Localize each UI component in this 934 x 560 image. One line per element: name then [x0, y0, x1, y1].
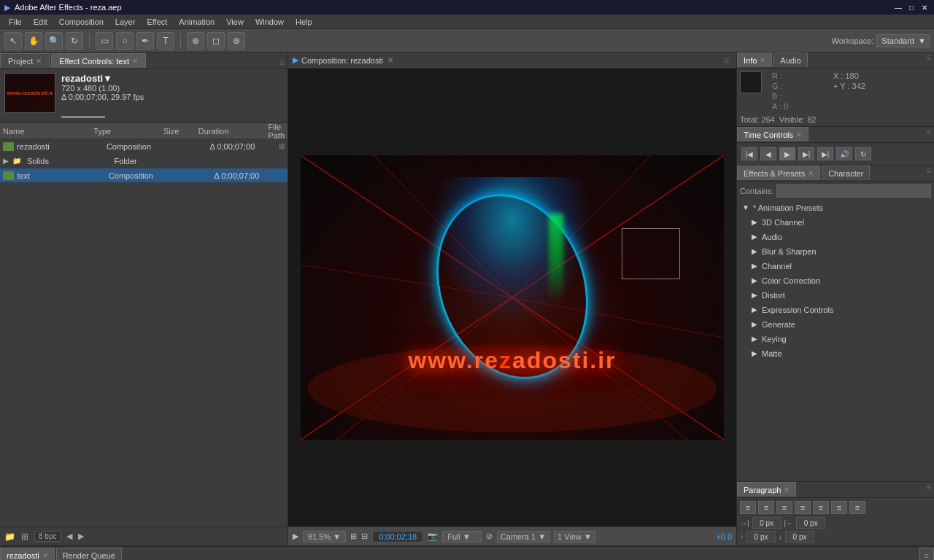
effects-item-generate[interactable]: ▶ Generate — [737, 317, 934, 332]
tab-audio[interactable]: Audio — [773, 52, 807, 67]
prev-frame-icon[interactable]: ◀ — [66, 532, 72, 541]
comp-snapshot-icon[interactable]: 📷 — [428, 532, 438, 541]
comp-panel-grip[interactable]: ≡ — [721, 55, 732, 66]
composition-tab-label[interactable]: Composition: rezadosti — [301, 56, 383, 65]
resolution-selector[interactable]: Full ▼ — [442, 531, 482, 542]
tab-info[interactable]: Info ✕ — [737, 52, 772, 67]
justify-center-btn[interactable]: ≡ — [813, 501, 829, 514]
effects-item-color-correction[interactable]: ▶ Color Correction — [737, 273, 934, 288]
tool-rotate[interactable]: ↻ — [66, 32, 83, 50]
tool-puppet[interactable]: ⊛ — [228, 32, 245, 50]
tool-select[interactable]: ↖ — [4, 32, 22, 50]
close-button[interactable]: ✕ — [919, 2, 930, 12]
time-controls-close[interactable]: ✕ — [796, 131, 802, 139]
justify-all-btn[interactable]: ≡ — [849, 501, 865, 514]
menu-view[interactable]: View — [220, 16, 250, 28]
menu-layer[interactable]: Layer — [109, 16, 142, 28]
effects-item-keying[interactable]: ▶ Keying — [737, 332, 934, 346]
effects-item-distort[interactable]: ▶ Distort — [737, 288, 934, 303]
tab-effect-controls[interactable]: Effect Controls: text ✕ — [51, 53, 146, 68]
effects-item-audio[interactable]: ▶ Audio — [737, 230, 934, 244]
paragraph-tab-close[interactable]: ✕ — [784, 486, 790, 494]
tc-play[interactable]: ▶ — [779, 147, 795, 160]
paragraph-grip[interactable]: ≡ — [923, 482, 934, 497]
menu-effect[interactable]: Effect — [141, 16, 173, 28]
timeline-tab-close[interactable]: ✕ — [42, 551, 48, 559]
tab-effects-presets[interactable]: Effects & Presets ✕ — [737, 166, 820, 180]
list-item[interactable]: ▶ 📁 Solids Folder — [0, 154, 287, 168]
comp-current-time[interactable]: 0;00;02;18 — [372, 531, 423, 542]
effects-item-channel[interactable]: ▶ Channel — [737, 259, 934, 273]
tool-zoom[interactable]: 🔍 — [45, 32, 63, 50]
tool-hand[interactable]: ✋ — [25, 32, 42, 50]
tc-last-frame[interactable]: ▶| — [817, 147, 833, 160]
tool-text[interactable]: T — [157, 32, 174, 50]
list-item[interactable]: rezadosti Composition Δ 0;00;07;00 ⊞ — [0, 139, 287, 154]
info-tab-close[interactable]: ✕ — [760, 56, 765, 64]
panel-grip[interactable]: ≡ — [277, 58, 287, 68]
comp-tab-close[interactable]: ✕ — [387, 56, 393, 64]
minimize-button[interactable]: — — [893, 2, 903, 12]
tab-timeline-rezadosti[interactable]: rezadosti ✕ — [0, 548, 55, 560]
tool-eraser[interactable]: ◻ — [207, 32, 225, 50]
tab-project[interactable]: Project ✕ — [0, 53, 50, 68]
effects-item-blur-sharpen[interactable]: ▶ Blur & Sharpen — [737, 244, 934, 259]
project-tab-close[interactable]: ✕ — [36, 57, 42, 65]
comp-controls-icon[interactable]: ▶ — [293, 532, 298, 541]
tool-ellipse[interactable]: ○ — [116, 32, 134, 50]
workspace-selector[interactable]: Standard ▼ — [876, 34, 930, 47]
effects-item-matte[interactable]: ▶ Matte — [737, 346, 934, 361]
info-panel-grip[interactable]: ≡ — [923, 52, 934, 68]
align-center-btn[interactable]: ≡ — [758, 501, 774, 514]
menu-file[interactable]: File — [3, 16, 28, 28]
effects-search-input[interactable] — [776, 184, 931, 198]
maximize-button[interactable]: □ — [906, 2, 916, 12]
justify-left-btn[interactable]: ≡ — [795, 501, 811, 514]
composition-viewer[interactable]: www.rezadosti.ir — [288, 69, 736, 526]
list-item[interactable]: text Composition Δ 0;00;07;00 — [0, 168, 287, 183]
tab-character[interactable]: Character — [822, 166, 870, 180]
folder-expand-icon[interactable]: ▶ — [3, 157, 9, 165]
tool-pen[interactable]: ✒ — [136, 32, 154, 50]
indent-left-input[interactable] — [752, 517, 781, 529]
title-bar: ▶ Adobe After Effects - reza.aep — □ ✕ — [0, 0, 934, 15]
tc-loop[interactable]: ↻ — [855, 147, 871, 160]
effect-controls-tab-close[interactable]: ✕ — [132, 57, 138, 65]
menu-help[interactable]: Help — [290, 16, 318, 28]
space-after-input[interactable] — [785, 531, 814, 542]
tool-clone[interactable]: ⊕ — [187, 32, 204, 50]
fit-icon[interactable]: ⊞ — [350, 532, 357, 541]
safe-zones-icon[interactable]: ⊟ — [361, 532, 368, 541]
indent-right-input[interactable] — [796, 517, 825, 529]
effects-tab-close[interactable]: ✕ — [808, 169, 814, 177]
tab-time-controls[interactable]: Time Controls ✕ — [737, 127, 808, 141]
space-before-input[interactable] — [746, 531, 776, 542]
effects-grip[interactable]: ≡ — [923, 166, 934, 181]
tool-rect[interactable]: ▭ — [96, 32, 113, 50]
align-right-btn[interactable]: ≡ — [776, 501, 792, 514]
effects-item-3d-channel[interactable]: ▶ 3D Channel — [737, 215, 934, 230]
effects-item-animation-presets[interactable]: ▼ * Animation Presets — [737, 201, 934, 215]
menu-animation[interactable]: Animation — [173, 16, 220, 28]
new-folder-icon[interactable]: 📁 — [4, 532, 15, 542]
menu-composition[interactable]: Composition — [53, 16, 109, 28]
view-selector[interactable]: 1 View ▼ — [554, 531, 595, 542]
justify-right-btn[interactable]: ≡ — [831, 501, 847, 514]
tc-first-frame[interactable]: |◀ — [741, 147, 757, 160]
menu-window[interactable]: Window — [250, 16, 290, 28]
next-frame-icon[interactable]: ▶ — [78, 532, 84, 541]
effects-item-expression-controls[interactable]: ▶ Expression Controls — [737, 303, 934, 317]
timeline-panel-grip[interactable]: ≡ — [919, 548, 934, 560]
new-composition-icon[interactable]: ⊞ — [21, 532, 28, 542]
item-action-icon[interactable]: ⊞ — [279, 142, 285, 150]
align-left-btn[interactable]: ≡ — [740, 501, 756, 514]
tc-audio-toggle[interactable]: 🔊 — [836, 147, 852, 160]
tc-grip[interactable]: ≡ — [923, 127, 934, 142]
menu-edit[interactable]: Edit — [28, 16, 53, 28]
tab-paragraph[interactable]: Paragraph ✕ — [737, 482, 796, 497]
region-selector[interactable]: ⊘ — [486, 532, 493, 541]
tab-render-queue[interactable]: Render Queue — [56, 548, 122, 560]
tc-prev-frame[interactable]: ◀ — [760, 147, 776, 160]
zoom-selector[interactable]: 81.5% ▼ — [303, 531, 346, 542]
tc-next-frame[interactable]: ▶| — [798, 147, 814, 160]
